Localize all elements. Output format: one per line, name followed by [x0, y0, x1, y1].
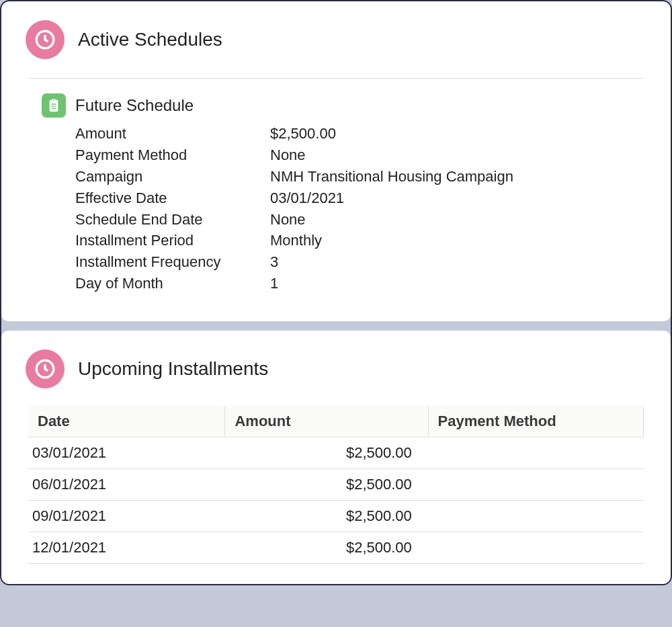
cell-payment-method [428, 532, 643, 564]
value-schedule-end-date: None [270, 209, 644, 231]
value-installment-frequency: 3 [270, 251, 644, 273]
label-schedule-end-date: Schedule End Date [75, 209, 270, 231]
label-effective-date: Effective Date [75, 187, 270, 209]
active-schedules-header: Active Schedules [1, 1, 671, 71]
installments-table-wrap: Date Amount Payment Method 03/01/2021$2,… [1, 401, 671, 584]
installments-table: Date Amount Payment Method 03/01/2021$2,… [28, 406, 644, 564]
value-amount: $2,500.00 [270, 123, 644, 144]
clock-icon [26, 20, 65, 59]
detail-row-installment-frequency: Installment Frequency 3 [75, 251, 644, 273]
cell-payment-method [428, 437, 643, 469]
upcoming-installments-title: Upcoming Installments [78, 358, 268, 380]
active-schedules-card: Active Schedules Future Schedule Amount … [1, 1, 671, 321]
detail-row-payment-method: Payment Method None [75, 144, 644, 166]
label-installment-frequency: Installment Frequency [75, 251, 270, 273]
schedule-detail-list: Amount $2,500.00 Payment Method None Cam… [75, 123, 644, 294]
cell-payment-method [428, 469, 643, 501]
cell-payment-method [428, 501, 643, 532]
detail-row-schedule-end-date: Schedule End Date None [75, 209, 644, 231]
clipboard-icon [42, 93, 66, 118]
clock-icon [26, 349, 65, 388]
table-row: 03/01/2021$2,500.00 [28, 437, 644, 469]
value-installment-period: Monthly [270, 230, 644, 251]
label-campaign: Campaign [75, 166, 270, 187]
cell-date: 12/01/2021 [28, 532, 225, 564]
value-payment-method: None [270, 144, 644, 166]
cell-date: 09/01/2021 [28, 501, 225, 532]
detail-row-day-of-month: Day of Month 1 [75, 273, 644, 294]
table-row: 12/01/2021$2,500.00 [28, 532, 644, 564]
label-installment-period: Installment Period [75, 230, 270, 251]
upcoming-installments-card: Upcoming Installments Date Amount Paymen… [1, 331, 671, 584]
detail-row-campaign: Campaign NMH Transitional Housing Campai… [75, 166, 644, 187]
cell-date: 06/01/2021 [28, 469, 225, 501]
cell-amount: $2,500.00 [225, 501, 428, 532]
future-schedule-block: Future Schedule Amount $2,500.00 Payment… [1, 79, 671, 321]
col-header-date: Date [28, 406, 225, 437]
future-schedule-title: Future Schedule [75, 96, 194, 115]
table-row: 09/01/2021$2,500.00 [28, 501, 644, 532]
col-header-amount: Amount [225, 406, 428, 437]
label-day-of-month: Day of Month [75, 273, 270, 294]
cell-amount: $2,500.00 [225, 469, 428, 501]
value-effective-date: 03/01/2021 [270, 187, 644, 209]
active-schedules-title: Active Schedules [78, 29, 222, 50]
col-header-payment-method: Payment Method [428, 406, 643, 437]
detail-row-amount: Amount $2,500.00 [75, 123, 644, 144]
cell-amount: $2,500.00 [225, 437, 428, 469]
detail-row-installment-period: Installment Period Monthly [75, 230, 644, 251]
cell-date: 03/01/2021 [28, 437, 225, 469]
value-campaign: NMH Transitional Housing Campaign [270, 166, 644, 187]
value-day-of-month: 1 [270, 273, 644, 294]
cell-amount: $2,500.00 [225, 532, 428, 564]
label-payment-method: Payment Method [75, 144, 270, 166]
label-amount: Amount [75, 123, 270, 144]
upcoming-installments-header: Upcoming Installments [1, 331, 671, 401]
table-row: 06/01/2021$2,500.00 [28, 469, 644, 501]
future-schedule-header: Future Schedule [42, 93, 644, 118]
detail-row-effective-date: Effective Date 03/01/2021 [75, 187, 644, 209]
